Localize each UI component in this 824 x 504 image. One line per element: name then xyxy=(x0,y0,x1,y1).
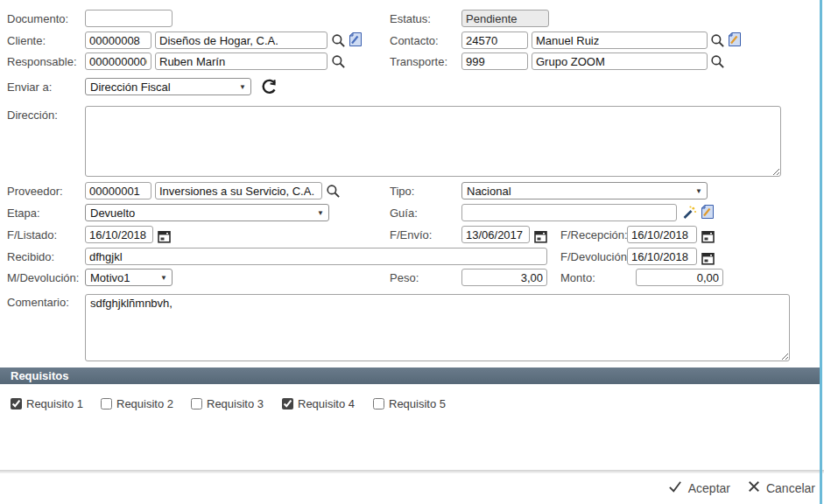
contacto-label: Contacto: xyxy=(390,34,439,47)
cliente-edit-doc-icon[interactable] xyxy=(347,31,364,48)
requisitos-section-header: Requisitos xyxy=(0,368,820,384)
responsable-label: Responsable: xyxy=(7,55,77,68)
proveedor-code-input[interactable] xyxy=(85,182,151,200)
x-icon xyxy=(748,480,760,495)
tipo-label: Tipo: xyxy=(390,185,414,198)
estatus-label: Estatus: xyxy=(390,12,431,25)
contacto-name-input[interactable] xyxy=(532,32,708,49)
requisito-4-checkbox[interactable]: Requisito 4 xyxy=(282,397,355,410)
checkbox-icon[interactable] xyxy=(101,398,112,410)
window-edge-border xyxy=(820,0,822,504)
documento-input[interactable] xyxy=(85,10,173,27)
etapa-select[interactable]: Devuelto ▼ xyxy=(85,204,329,221)
transporte-search-icon[interactable] xyxy=(708,52,726,70)
refresh-icon[interactable] xyxy=(261,78,278,95)
wand-icon[interactable] xyxy=(680,204,698,221)
cliente-code-input[interactable] xyxy=(85,32,151,49)
accept-button[interactable]: Aceptar xyxy=(668,480,730,495)
comentario-label: Comentario: xyxy=(7,296,69,309)
tipo-select-value: Nacional xyxy=(467,185,511,198)
transporte-code-input[interactable] xyxy=(461,52,528,70)
cancel-button-label: Cancelar xyxy=(766,481,815,495)
monto-input[interactable] xyxy=(636,269,723,286)
checkbox-icon[interactable] xyxy=(373,398,384,410)
contacto-search-icon[interactable] xyxy=(708,32,726,49)
cliente-search-icon[interactable] xyxy=(329,32,347,49)
direccion-label: Dirección: xyxy=(7,108,58,122)
requisito-2-checkbox[interactable]: Requisito 2 xyxy=(101,397,173,410)
m-devolucion-select[interactable]: Motivo1 ▼ xyxy=(85,269,173,286)
f-devolucion-input[interactable] xyxy=(627,248,697,265)
requisito-1-checkbox[interactable]: Requisito 1 xyxy=(11,397,83,410)
enviar-a-label: Enviar a: xyxy=(7,80,52,94)
m-devolucion-label: M/Devolución: xyxy=(7,271,79,284)
requisito-1-label: Requisito 1 xyxy=(26,397,83,410)
requisito-4-label: Requisito 4 xyxy=(298,397,355,410)
f-recepcion-input[interactable] xyxy=(627,226,697,243)
guia-edit-doc-icon[interactable] xyxy=(699,203,716,220)
f-envio-input[interactable] xyxy=(461,226,530,243)
contacto-edit-doc-icon[interactable] xyxy=(726,31,743,48)
responsable-name-input[interactable] xyxy=(155,52,327,70)
requisito-2-label: Requisito 2 xyxy=(116,397,173,410)
f-recepcion-calendar-icon[interactable] xyxy=(699,228,716,245)
enviar-a-select[interactable]: Dirección Fiscal ▼ xyxy=(85,78,251,95)
comentario-textarea[interactable]: sdfghjklñmnbvh, xyxy=(85,294,790,361)
responsable-code-input[interactable] xyxy=(85,52,151,70)
f-listado-input[interactable] xyxy=(85,226,153,243)
f-recepcion-label: F/Recepción: xyxy=(560,228,628,242)
chevron-down-icon: ▼ xyxy=(317,209,324,217)
footer-divider xyxy=(0,470,824,473)
cliente-label: Cliente: xyxy=(7,34,46,47)
requisito-3-checkbox[interactable]: Requisito 3 xyxy=(191,397,264,410)
requisito-5-label: Requisito 5 xyxy=(389,397,446,410)
etapa-select-value: Devuelto xyxy=(90,206,135,220)
chevron-down-icon: ▼ xyxy=(239,83,246,91)
tipo-select[interactable]: Nacional ▼ xyxy=(461,182,708,200)
transporte-name-input[interactable] xyxy=(532,52,708,70)
accept-button-label: Aceptar xyxy=(688,481,730,495)
etapa-label: Etapa: xyxy=(7,206,40,220)
enviar-a-select-value: Dirección Fiscal xyxy=(90,80,171,94)
recibido-label: Recibido: xyxy=(7,250,54,263)
requisito-3-label: Requisito 3 xyxy=(207,397,264,410)
footer-actions: Aceptar Cancelar xyxy=(668,480,815,495)
direccion-textarea[interactable] xyxy=(85,106,781,177)
estatus-input xyxy=(461,10,549,27)
checkbox-icon[interactable] xyxy=(191,398,202,410)
peso-input[interactable] xyxy=(461,269,547,286)
f-envio-calendar-icon[interactable] xyxy=(532,228,549,245)
recibido-input[interactable] xyxy=(85,248,547,265)
responsable-search-icon[interactable] xyxy=(329,52,347,70)
check-icon xyxy=(668,480,682,495)
proveedor-name-input[interactable] xyxy=(155,182,322,200)
monto-label: Monto: xyxy=(560,271,595,284)
transporte-label: Transporte: xyxy=(390,55,447,68)
cancel-button[interactable]: Cancelar xyxy=(748,480,815,495)
chevron-down-icon: ▼ xyxy=(695,187,702,195)
documento-label: Documento: xyxy=(7,12,68,25)
checkbox-icon[interactable] xyxy=(282,398,293,410)
f-devolucion-label: F/Devolución: xyxy=(560,250,630,263)
f-listado-calendar-icon[interactable] xyxy=(155,228,173,245)
checkbox-icon[interactable] xyxy=(11,398,22,410)
shipment-form: Documento: Estatus: Cliente: Contacto: R… xyxy=(0,0,824,504)
guia-label: Guía: xyxy=(390,206,418,220)
m-devolucion-select-value: Motivo1 xyxy=(90,271,130,284)
contacto-code-input[interactable] xyxy=(461,32,528,49)
chevron-down-icon: ▼ xyxy=(160,274,167,282)
cliente-name-input[interactable] xyxy=(155,32,327,49)
guia-input[interactable] xyxy=(461,204,677,221)
peso-label: Peso: xyxy=(390,271,419,284)
proveedor-label: Proveedor: xyxy=(7,185,63,198)
f-devolucion-calendar-icon[interactable] xyxy=(699,249,716,267)
f-listado-label: F/Listado: xyxy=(7,228,57,242)
f-envio-label: F/Envío: xyxy=(390,228,432,242)
proveedor-search-icon[interactable] xyxy=(324,182,342,200)
requisito-5-checkbox[interactable]: Requisito 5 xyxy=(373,397,446,410)
